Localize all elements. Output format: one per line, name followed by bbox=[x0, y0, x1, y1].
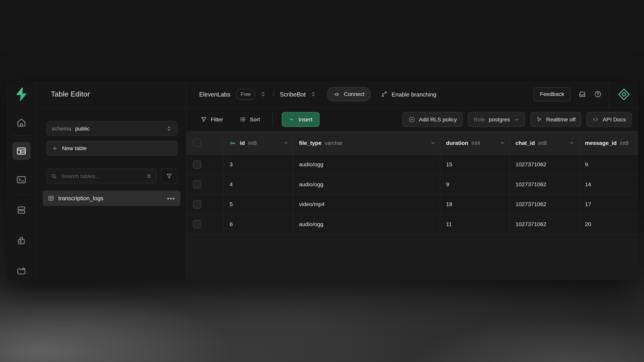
grid-empty-space bbox=[186, 234, 638, 280]
row-checkbox[interactable] bbox=[193, 180, 201, 188]
data-grid: idint8file_typevarchardurationint4chat_i… bbox=[186, 131, 638, 280]
nav-sql-editor[interactable] bbox=[12, 171, 30, 189]
column-header-chat_id[interactable]: chat_idint8 bbox=[510, 131, 579, 154]
cell-id[interactable]: 6 bbox=[224, 214, 293, 234]
sort-label: Sort bbox=[250, 116, 260, 123]
sql-editor-icon bbox=[16, 174, 27, 185]
table-row[interactable]: 4audio/ogg9102737106214 bbox=[186, 175, 638, 194]
primary-key-icon bbox=[230, 139, 236, 146]
project-name[interactable]: ScribeBot bbox=[280, 91, 306, 97]
chevron-down-icon[interactable] bbox=[283, 140, 289, 146]
nav-database[interactable] bbox=[12, 201, 30, 219]
chevron-down-icon bbox=[289, 116, 294, 122]
grid-header-row: idint8file_typevarchardurationint4chat_i… bbox=[186, 131, 638, 155]
cell-id[interactable]: 4 bbox=[224, 175, 293, 194]
search-icon bbox=[51, 173, 57, 179]
select-all-checkbox[interactable] bbox=[193, 139, 201, 147]
cell-duration[interactable]: 9 bbox=[440, 175, 510, 194]
cell-file_type[interactable]: video/mp4 bbox=[293, 195, 440, 214]
column-type: int8 bbox=[248, 140, 256, 146]
column-name: id bbox=[240, 140, 245, 146]
row-checkbox[interactable] bbox=[193, 220, 201, 228]
feedback-button[interactable]: Feedback bbox=[534, 87, 570, 101]
cell-message_id[interactable]: 14 bbox=[579, 175, 638, 194]
chevron-up-down-icon bbox=[310, 91, 316, 97]
connect-label: Connect bbox=[344, 91, 364, 97]
table-row[interactable]: 5video/mp418102737106217 bbox=[186, 195, 638, 214]
row-select-cell bbox=[186, 195, 224, 214]
row-checkbox[interactable] bbox=[193, 200, 201, 208]
chevron-up-down-icon bbox=[260, 91, 266, 97]
row-select-cell bbox=[186, 155, 224, 174]
column-header-id[interactable]: idint8 bbox=[224, 131, 293, 154]
sidebar-table-item[interactable]: transcription_logs••• bbox=[43, 190, 180, 206]
notifications-button[interactable] bbox=[578, 90, 586, 98]
new-table-button[interactable]: New table bbox=[46, 141, 178, 156]
cell-chat_id[interactable]: 1027371062 bbox=[510, 175, 579, 194]
insert-button[interactable]: Insert bbox=[282, 112, 320, 127]
chevron-down-icon[interactable] bbox=[569, 140, 575, 146]
supabase-window: Table Editor schema: public New table bbox=[6, 81, 638, 280]
cell-id[interactable]: 5 bbox=[224, 195, 293, 214]
table-row[interactable]: 6audio/ogg11102737106220 bbox=[186, 214, 638, 234]
search-tables-input[interactable] bbox=[60, 173, 143, 180]
org-switcher[interactable] bbox=[260, 91, 266, 97]
funnel-icon bbox=[200, 116, 207, 123]
filter-button[interactable]: Filter bbox=[197, 116, 226, 123]
content-area: ElevenLabs Free / ScribeBot Connect bbox=[186, 81, 638, 280]
cell-duration[interactable]: 11 bbox=[440, 214, 510, 234]
chevron-down-icon bbox=[514, 117, 519, 122]
cell-chat_id[interactable]: 1027371062 bbox=[510, 155, 579, 174]
account-menu[interactable] bbox=[608, 81, 638, 107]
cell-file_type[interactable]: audio/ogg bbox=[293, 214, 440, 234]
cell-id[interactable]: 3 bbox=[224, 155, 293, 174]
cell-duration[interactable]: 18 bbox=[440, 195, 510, 214]
cell-file_type[interactable]: audio/ogg bbox=[293, 175, 440, 194]
cell-chat_id[interactable]: 1027371062 bbox=[510, 195, 579, 214]
storage-folder-icon bbox=[16, 266, 27, 276]
nav-table-editor[interactable] bbox=[12, 142, 30, 160]
add-rls-label: Add RLS policy bbox=[419, 116, 457, 123]
row-select-cell bbox=[186, 175, 224, 194]
table-options-button[interactable]: ••• bbox=[167, 195, 175, 202]
cell-message_id[interactable]: 17 bbox=[579, 195, 638, 214]
add-rls-policy-button[interactable]: Add RLS policy bbox=[402, 112, 462, 127]
rail-divider bbox=[12, 195, 30, 195]
column-header-message_id[interactable]: message_idint8 bbox=[579, 131, 638, 154]
chevron-up-down-icon bbox=[166, 125, 172, 132]
cell-message_id[interactable]: 20 bbox=[579, 214, 638, 234]
help-button[interactable] bbox=[594, 90, 602, 98]
plan-badge: Free bbox=[236, 89, 256, 99]
schema-label: schema: bbox=[52, 125, 73, 132]
role-label: Role bbox=[474, 116, 485, 123]
org-name[interactable]: ElevenLabs bbox=[199, 91, 230, 97]
realtime-toggle-button[interactable]: Realtime off bbox=[530, 112, 582, 127]
nav-auth[interactable] bbox=[12, 232, 30, 250]
cell-file_type[interactable]: audio/ogg bbox=[293, 155, 440, 174]
cell-chat_id[interactable]: 1027371062 bbox=[510, 214, 579, 234]
nav-storage[interactable] bbox=[12, 262, 30, 280]
api-docs-button[interactable]: API Docs bbox=[587, 112, 632, 127]
column-header-duration[interactable]: durationint4 bbox=[440, 131, 510, 154]
project-switcher[interactable] bbox=[310, 91, 316, 97]
code-brackets-icon bbox=[592, 116, 599, 123]
enable-branching-button[interactable]: Enable branching bbox=[381, 91, 436, 98]
chevron-down-icon[interactable] bbox=[430, 140, 436, 146]
column-type: int4 bbox=[472, 140, 480, 146]
supabase-logo-icon[interactable] bbox=[15, 87, 28, 101]
role-select[interactable]: Role postgres bbox=[468, 112, 525, 127]
schema-select[interactable]: schema: public bbox=[46, 121, 178, 136]
sort-button[interactable]: Sort bbox=[236, 116, 263, 123]
grid-body: 3audio/ogg15102737106294audio/ogg9102737… bbox=[186, 155, 638, 234]
column-header-file_type[interactable]: file_typevarchar bbox=[293, 131, 440, 154]
home-icon bbox=[16, 117, 27, 128]
connect-button[interactable]: Connect bbox=[327, 87, 371, 101]
double-chevron-down-icon[interactable] bbox=[146, 173, 152, 179]
table-row[interactable]: 3audio/ogg1510273710629 bbox=[186, 155, 638, 175]
table-filter-button[interactable] bbox=[161, 169, 178, 183]
nav-home[interactable] bbox=[12, 114, 30, 132]
cell-duration[interactable]: 15 bbox=[440, 155, 510, 174]
chevron-down-icon[interactable] bbox=[500, 140, 506, 146]
row-checkbox[interactable] bbox=[193, 160, 201, 169]
cell-message_id[interactable]: 9 bbox=[579, 155, 638, 174]
